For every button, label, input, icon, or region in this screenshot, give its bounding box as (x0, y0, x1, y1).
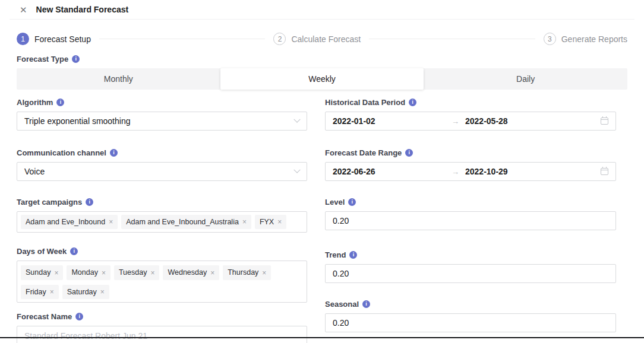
tag-label: Adam and Eve_Inbound_Australia (126, 218, 239, 226)
remove-tag-icon[interactable]: × (210, 269, 214, 277)
tab-weekly[interactable]: Weekly (220, 68, 424, 90)
form-column-left: Algorithm i Triple exponential smoothing… (17, 98, 307, 343)
step-forecast-setup[interactable]: 1 Forecast Setup (17, 33, 91, 45)
field-label-text: Forecast Name (17, 312, 72, 321)
stepper: 1 Forecast Setup 2 Calculate Forecast 3 … (17, 33, 627, 45)
field-label-text: Forecast Date Range (325, 148, 402, 157)
end-date-value[interactable]: 2022-05-28 (465, 116, 508, 126)
remove-tag-icon[interactable]: × (150, 269, 154, 277)
info-icon[interactable]: i (405, 149, 413, 157)
communication-channel-field: Communication channel i Voice (17, 148, 307, 181)
arrow-right-icon: → (452, 167, 459, 176)
info-icon[interactable]: i (72, 55, 80, 63)
historical-data-period-field: Historical Data Period i 2022-01-02 → 20… (325, 98, 616, 131)
tag-label: Adam and Eve_Inbound (26, 218, 105, 226)
step-number-badge: 3 (544, 33, 556, 45)
tag-chip: Tuesday × (114, 265, 160, 280)
algorithm-select[interactable]: Triple exponential smoothing (17, 112, 307, 131)
communication-channel-selected-value: Voice (24, 167, 295, 176)
forecast-type-label: Forecast Type i (17, 55, 627, 63)
field-label-text: Days of Week (17, 247, 67, 256)
forecast-type-section: Forecast Type i (17, 55, 627, 63)
remove-tag-icon[interactable]: × (242, 218, 247, 226)
tab-monthly[interactable]: Monthly (17, 68, 220, 90)
tag-chip: Adam and Eve_Inbound × (21, 215, 118, 229)
info-icon[interactable]: i (75, 313, 83, 320)
info-icon[interactable]: i (349, 251, 357, 259)
trend-input[interactable]: 0.20 (325, 264, 616, 283)
seasonal-field: Seasonal i 0.20 (325, 300, 616, 332)
remove-tag-icon[interactable]: × (262, 269, 266, 277)
remove-tag-icon[interactable]: × (102, 269, 106, 277)
header-divider (10, 19, 634, 20)
algorithm-label: Algorithm i (17, 98, 307, 107)
calendar-icon[interactable] (601, 117, 608, 125)
info-icon[interactable]: i (110, 149, 118, 157)
tag-label: Tuesday (119, 268, 147, 277)
calendar-icon[interactable] (601, 168, 608, 175)
target-campaigns-field: Target campaigns i Adam and Eve_Inbound … (17, 198, 307, 233)
modal-header: ✕ New Standard Forecast (0, 0, 644, 19)
step-generate-reports[interactable]: 3 Generate Reports (544, 33, 627, 45)
step-label: Calculate Forecast (291, 34, 361, 44)
forecast-date-range-field: Forecast Date Range i 2022-06-26 → 2022-… (325, 148, 616, 181)
remove-tag-icon[interactable]: × (54, 269, 58, 277)
days-of-week-label: Days of Week i (17, 247, 307, 256)
close-icon[interactable]: ✕ (20, 5, 27, 14)
historical-data-period-input[interactable]: 2022-01-02 → 2022-05-28 (325, 112, 616, 131)
start-date-value[interactable]: 2022-01-02 (333, 116, 452, 126)
remove-tag-icon[interactable]: × (50, 288, 54, 296)
forecast-date-range-label: Forecast Date Range i (325, 148, 616, 157)
tag-label: FYX (260, 218, 274, 226)
forecast-date-range-input[interactable]: 2022-06-26 → 2022-10-29 (325, 162, 616, 181)
trend-value: 0.20 (333, 269, 349, 278)
end-date-value[interactable]: 2022-10-29 (465, 167, 508, 176)
window-bottom-edge (0, 337, 644, 338)
tag-label: Thursday (228, 268, 258, 277)
level-label: Level i (325, 198, 616, 207)
field-label-text: Trend (325, 250, 346, 259)
level-value: 0.20 (333, 216, 349, 226)
step-number-badge: 1 (17, 33, 29, 45)
level-input[interactable]: 0.20 (325, 211, 616, 230)
tag-chip: FYX × (255, 215, 286, 229)
remove-tag-icon[interactable]: × (109, 218, 113, 226)
page-title: New Standard Forecast (36, 5, 129, 14)
chevron-down-icon (293, 167, 300, 173)
seasonal-label: Seasonal i (325, 300, 616, 309)
form-column-right: Historical Data Period i 2022-01-02 → 20… (325, 98, 616, 343)
tag-chip: Saturday × (62, 285, 109, 299)
target-campaigns-input[interactable]: Adam and Eve_Inbound × Adam and Eve_Inbo… (17, 211, 307, 233)
tag-chip: Adam and Eve_Inbound_Australia × (121, 215, 251, 229)
days-of-week-input[interactable]: Sunday × Monday × Tuesday × Wednesday × (17, 261, 307, 303)
remove-tag-icon[interactable]: × (100, 288, 105, 296)
info-icon[interactable]: i (409, 99, 416, 106)
info-icon[interactable]: i (348, 198, 356, 206)
field-label-text: Algorithm (17, 98, 53, 107)
days-of-week-field: Days of Week i Sunday × Monday × Tuesday… (17, 247, 307, 303)
step-calculate-forecast[interactable]: 2 Calculate Forecast (273, 33, 361, 45)
level-field: Level i 0.20 (325, 198, 616, 230)
seasonal-input[interactable]: 0.20 (325, 313, 616, 332)
info-icon[interactable]: i (56, 99, 64, 106)
forecast-name-input[interactable]: Standard Forecast Robert Jun 21 (17, 326, 307, 343)
remove-tag-icon[interactable]: × (277, 218, 282, 226)
field-label-text: Forecast Type (17, 55, 68, 63)
field-label-text: Communication channel (17, 148, 106, 157)
info-icon[interactable]: i (70, 247, 78, 255)
tag-label: Friday (26, 288, 46, 296)
forecast-name-label: Forecast Name i (17, 312, 307, 321)
tag-chip: Friday × (21, 285, 59, 299)
trend-label: Trend i (325, 250, 616, 259)
info-icon[interactable]: i (86, 198, 93, 206)
tab-daily[interactable]: Daily (424, 68, 627, 90)
tag-chip: Monday × (67, 265, 111, 280)
chevron-down-icon (293, 116, 300, 123)
info-icon[interactable]: i (362, 300, 370, 308)
start-date-value[interactable]: 2022-06-26 (333, 167, 452, 176)
field-label-text: Level (325, 198, 345, 207)
tag-label: Wednesday (168, 268, 207, 277)
communication-channel-select[interactable]: Voice (17, 162, 307, 181)
field-label-text: Seasonal (325, 300, 359, 309)
tag-chip: Sunday × (21, 265, 63, 280)
